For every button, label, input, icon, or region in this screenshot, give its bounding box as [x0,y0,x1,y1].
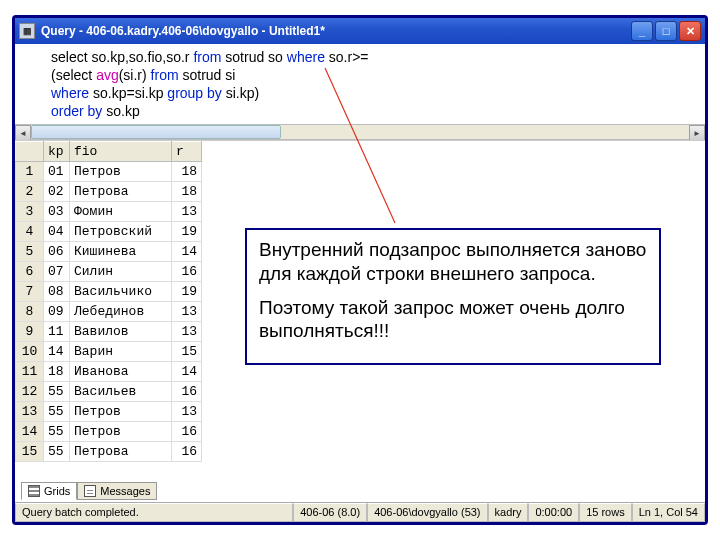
cell-kp[interactable]: 08 [44,282,70,302]
status-rows: 15 rows [579,503,632,522]
cell-kp[interactable]: 07 [44,262,70,282]
cell-r[interactable]: 16 [172,262,202,282]
cell-r[interactable]: 16 [172,422,202,442]
status-time: 0:00:00 [528,503,579,522]
cell-kp[interactable]: 04 [44,222,70,242]
cell-fio[interactable]: Силин [70,262,172,282]
status-server: 406-06 (8.0) [293,503,367,522]
table-row[interactable]: 607Силин16 [16,262,202,282]
messages-icon [84,485,96,497]
column-header-kp[interactable]: kp [44,142,70,162]
cell-kp[interactable]: 06 [44,242,70,262]
tab-messages[interactable]: Messages [77,482,157,500]
cell-kp[interactable]: 55 [44,422,70,442]
cell-fio[interactable]: Лебединов [70,302,172,322]
row-number: 7 [16,282,44,302]
cell-fio[interactable]: Вавилов [70,322,172,342]
row-number: 2 [16,182,44,202]
table-row[interactable]: 708Васильчико19 [16,282,202,302]
cell-kp[interactable]: 14 [44,342,70,362]
cell-kp[interactable]: 09 [44,302,70,322]
tab-grids[interactable]: Grids [21,482,77,500]
cell-r[interactable]: 18 [172,162,202,182]
row-number: 5 [16,242,44,262]
status-db: kadry [488,503,529,522]
app-icon: ▦ [19,23,35,39]
cell-kp[interactable]: 55 [44,442,70,462]
titlebar: ▦ Query - 406-06.kadry.406-06\dovgyallo … [15,18,705,44]
cell-fio[interactable]: Петров [70,422,172,442]
cell-r[interactable]: 16 [172,382,202,402]
row-number: 11 [16,362,44,382]
results-table[interactable]: kp fio r 101Петров18202Петрова18303Фомин… [15,141,202,462]
cell-fio[interactable]: Петров [70,402,172,422]
cell-fio[interactable]: Васильев [70,382,172,402]
minimize-button[interactable]: _ [631,21,653,41]
row-number: 13 [16,402,44,422]
cell-r[interactable]: 16 [172,442,202,462]
cell-kp[interactable]: 03 [44,202,70,222]
cell-kp[interactable]: 02 [44,182,70,202]
table-row[interactable]: 202Петрова18 [16,182,202,202]
cell-r[interactable]: 19 [172,282,202,302]
table-row[interactable]: 1455Петров16 [16,422,202,442]
cell-fio[interactable]: Петровский [70,222,172,242]
scroll-right-button[interactable]: ► [689,125,705,141]
table-row[interactable]: 303Фомин13 [16,202,202,222]
status-user: 406-06\dovgyallo (53) [367,503,487,522]
table-row[interactable]: 911Вавилов13 [16,322,202,342]
row-number: 10 [16,342,44,362]
cell-r[interactable]: 13 [172,402,202,422]
cell-kp[interactable]: 55 [44,402,70,422]
cell-r[interactable]: 14 [172,242,202,262]
cell-r[interactable]: 13 [172,322,202,342]
table-row[interactable]: 1355Петров13 [16,402,202,422]
row-number: 15 [16,442,44,462]
cell-kp[interactable]: 01 [44,162,70,182]
cell-r[interactable]: 14 [172,362,202,382]
cell-fio[interactable]: Варин [70,342,172,362]
scroll-left-button[interactable]: ◄ [15,125,31,141]
row-number: 4 [16,222,44,242]
table-row[interactable]: 404Петровский19 [16,222,202,242]
cell-fio[interactable]: Васильчико [70,282,172,302]
cell-fio[interactable]: Кишинева [70,242,172,262]
table-row[interactable]: 1555Петрова16 [16,442,202,462]
row-number: 14 [16,422,44,442]
row-number: 12 [16,382,44,402]
row-number: 6 [16,262,44,282]
cell-r[interactable]: 18 [172,182,202,202]
table-row[interactable]: 506Кишинева14 [16,242,202,262]
cell-r[interactable]: 13 [172,302,202,322]
status-bar: Query batch completed. 406-06 (8.0) 406-… [15,502,705,522]
cell-kp[interactable]: 55 [44,382,70,402]
cell-fio[interactable]: Петров [70,162,172,182]
scroll-thumb[interactable] [31,125,281,139]
cell-r[interactable]: 19 [172,222,202,242]
sql-editor[interactable]: select so.kp,so.fio,so.r from sotrud so … [15,44,705,124]
editor-hscrollbar[interactable]: ◄ ► [15,124,705,140]
cell-fio[interactable]: Петрова [70,182,172,202]
cell-r[interactable]: 15 [172,342,202,362]
cell-fio[interactable]: Фомин [70,202,172,222]
table-row[interactable]: 1118Иванова14 [16,362,202,382]
status-caret: Ln 1, Col 54 [632,503,705,522]
status-message: Query batch completed. [15,503,293,522]
cell-fio[interactable]: Петрова [70,442,172,462]
window-title: Query - 406-06.kadry.406-06\dovgyallo - … [41,24,631,38]
row-number: 9 [16,322,44,342]
cell-r[interactable]: 13 [172,202,202,222]
cell-fio[interactable]: Иванова [70,362,172,382]
column-header-r[interactable]: r [172,142,202,162]
table-row[interactable]: 1255Васильев16 [16,382,202,402]
cell-kp[interactable]: 11 [44,322,70,342]
close-button[interactable]: ✕ [679,21,701,41]
table-row[interactable]: 809Лебединов13 [16,302,202,322]
column-header-fio[interactable]: fio [70,142,172,162]
maximize-button[interactable]: □ [655,21,677,41]
row-number: 1 [16,162,44,182]
table-row[interactable]: 101Петров18 [16,162,202,182]
cell-kp[interactable]: 18 [44,362,70,382]
result-tabs: Grids Messages [21,482,157,500]
table-row[interactable]: 1014Варин15 [16,342,202,362]
